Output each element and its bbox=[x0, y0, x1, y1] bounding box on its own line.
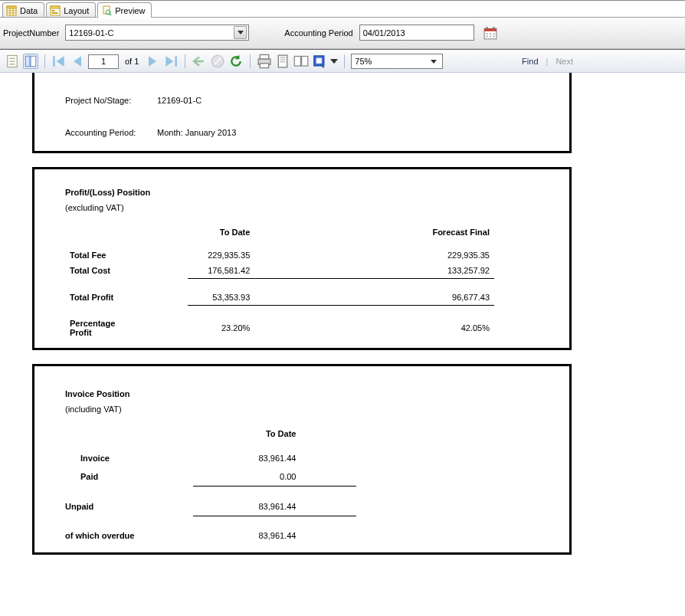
document-map-button[interactable] bbox=[5, 54, 20, 69]
page-setup-button[interactable] bbox=[293, 54, 309, 69]
spacer-row bbox=[65, 279, 494, 290]
tab-layout[interactable]: Layout bbox=[46, 2, 96, 18]
stop-button[interactable] bbox=[210, 54, 225, 69]
first-page-button[interactable] bbox=[51, 54, 67, 69]
parameters-toggle-button[interactable] bbox=[23, 54, 38, 69]
spacer bbox=[254, 316, 408, 340]
overdue-label: of which overdue bbox=[65, 526, 193, 545]
last-page-button[interactable] bbox=[163, 54, 179, 69]
find-link[interactable]: Find bbox=[517, 57, 542, 66]
spacer bbox=[300, 449, 356, 467]
svg-rect-21 bbox=[490, 35, 491, 37]
table-row: PercentageProfit 23.20% 42.05% bbox=[65, 316, 494, 340]
next-page-button[interactable] bbox=[145, 54, 160, 69]
refresh-button[interactable] bbox=[228, 54, 244, 69]
svg-rect-8 bbox=[52, 10, 55, 11]
profit-title: Profit/(Loss) Position bbox=[34, 169, 569, 198]
tab-preview[interactable]: Preview bbox=[97, 2, 152, 18]
profit-todate: 53,353.93 bbox=[188, 290, 254, 306]
fee-todate: 229,935.35 bbox=[188, 247, 254, 263]
print-layout-button[interactable] bbox=[275, 54, 290, 69]
chevron-down-icon[interactable] bbox=[234, 26, 247, 39]
svg-rect-22 bbox=[493, 35, 494, 37]
table-row: Total Cost 176,581.42 133,257.92 bbox=[65, 263, 494, 279]
tab-data[interactable]: Data bbox=[2, 2, 44, 18]
projectnumber-combo[interactable]: 12169-01-C bbox=[65, 25, 249, 41]
tab-layout-label: Layout bbox=[64, 6, 89, 15]
svg-rect-36 bbox=[280, 59, 286, 60]
zoom-combo[interactable]: 75% bbox=[351, 54, 443, 69]
accountingperiod-field[interactable]: 04/01/2013 bbox=[359, 25, 474, 41]
spacer-row bbox=[65, 487, 356, 497]
invoice-box: Invoice Position (including VAT) To Date… bbox=[32, 364, 572, 555]
spacer bbox=[65, 108, 552, 125]
svg-rect-38 bbox=[295, 57, 301, 67]
profit-label: Total Profit bbox=[65, 290, 188, 306]
blank-header bbox=[254, 217, 408, 247]
export-button[interactable] bbox=[312, 54, 327, 69]
report-toolbar: of 1 75% Find | Next bbox=[0, 50, 685, 73]
report-header: Client: Project No/Stage: 12169-01-C Acc… bbox=[34, 73, 569, 143]
fee-forecast: 229,935.35 bbox=[408, 247, 494, 263]
blank-header bbox=[300, 418, 356, 449]
report-pane: Client: Project No/Stage: 12169-01-C Acc… bbox=[0, 73, 685, 591]
spacer bbox=[254, 263, 408, 279]
table-row: of which overdue 83,961.44 bbox=[65, 526, 356, 545]
invoice-sub: (including VAT) bbox=[34, 400, 569, 418]
separator bbox=[344, 54, 345, 68]
tab-data-label: Data bbox=[20, 6, 38, 15]
col-todate-header: To Date bbox=[193, 418, 300, 449]
table-row: Total Profit 53,353.93 96,677.43 bbox=[65, 290, 494, 306]
spacer bbox=[254, 247, 408, 263]
projectnumber-value: 12169-01-C bbox=[69, 28, 234, 38]
data-table-icon bbox=[6, 5, 17, 16]
svg-rect-20 bbox=[486, 35, 487, 37]
separator bbox=[185, 54, 185, 68]
client-label: Client: bbox=[65, 80, 157, 90]
svg-rect-18 bbox=[490, 33, 491, 34]
export-dropdown[interactable] bbox=[330, 54, 338, 69]
col-todate-header: To Date bbox=[188, 217, 254, 247]
print-button[interactable] bbox=[257, 54, 272, 69]
projectnumber-label: ProjectNumber bbox=[3, 28, 59, 38]
spacer bbox=[254, 290, 408, 306]
unpaid-val: 83,961.44 bbox=[193, 497, 300, 516]
separator bbox=[250, 54, 251, 68]
acctperiod-label: Accounting Period: bbox=[65, 128, 157, 137]
blank-header bbox=[65, 217, 188, 247]
table-row: Paid 0.00 bbox=[65, 467, 356, 487]
svg-rect-16 bbox=[493, 27, 494, 29]
pct-todate: 23.20% bbox=[188, 316, 254, 340]
svg-rect-33 bbox=[261, 64, 269, 68]
svg-rect-9 bbox=[52, 12, 58, 14]
spacer-row bbox=[65, 516, 356, 526]
zoom-value: 75% bbox=[355, 57, 372, 66]
pct-label: PercentageProfit bbox=[65, 316, 188, 340]
profit-grid: To Date Forecast Final Total Fee 229,935… bbox=[34, 217, 569, 340]
table-row: Invoice 83,961.44 bbox=[65, 449, 356, 467]
svg-line-12 bbox=[110, 14, 111, 15]
invoice-label: Invoice bbox=[65, 449, 193, 467]
accountingperiod-label: Accounting Period bbox=[284, 28, 352, 38]
spacer bbox=[300, 497, 356, 516]
unpaid-label: Unpaid bbox=[65, 497, 193, 516]
back-button[interactable] bbox=[192, 54, 207, 69]
svg-rect-39 bbox=[302, 57, 308, 67]
client-row: Client: bbox=[65, 77, 552, 93]
svg-rect-15 bbox=[486, 27, 487, 29]
calendar-button[interactable] bbox=[483, 26, 497, 40]
prev-page-button[interactable] bbox=[70, 54, 85, 69]
table-row: Unpaid 83,961.44 bbox=[65, 497, 356, 516]
report-header-box: Client: Project No/Stage: 12169-01-C Acc… bbox=[32, 73, 572, 153]
col-forecast-header: Forecast Final bbox=[408, 217, 494, 247]
cost-forecast: 133,257.92 bbox=[408, 263, 494, 279]
tab-preview-label: Preview bbox=[115, 6, 145, 15]
next-link[interactable]: Next bbox=[551, 57, 578, 66]
spacer bbox=[300, 526, 356, 545]
profit-sub: (excluding VAT) bbox=[34, 198, 569, 217]
chevron-down-icon[interactable] bbox=[428, 60, 439, 64]
page-number-input[interactable] bbox=[88, 54, 119, 69]
svg-rect-35 bbox=[280, 57, 286, 57]
accountingperiod-value: 04/01/2013 bbox=[363, 28, 405, 38]
projectno-row: Project No/Stage: 12169-01-C bbox=[65, 93, 552, 108]
